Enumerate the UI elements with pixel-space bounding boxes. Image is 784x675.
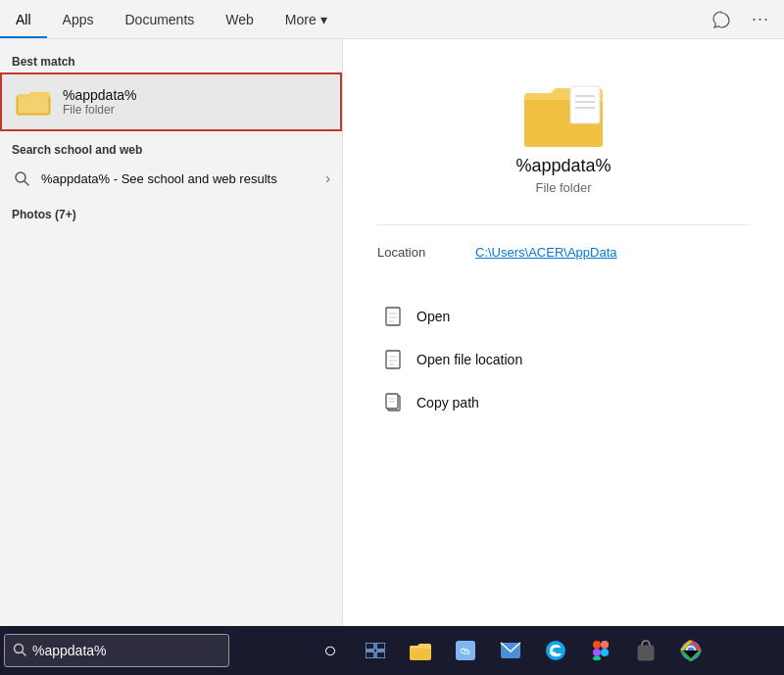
location-value[interactable]: C:\Users\ACER\AppData [475,245,617,260]
edge-icon [545,640,566,661]
svg-rect-11 [386,308,400,325]
search-icon [14,170,29,186]
folder-svg-large-svg [519,78,608,152]
taskbar-figma-btn[interactable] [579,629,622,672]
folder-icon-small [14,82,53,121]
action-open-label: Open [416,309,450,324]
folder-icon-large [519,78,608,156]
folder-svg-small [16,87,51,117]
search-circle-icon [13,643,26,656]
action-open-file-location[interactable]: Open file location [377,338,750,381]
feedback-icon-btn[interactable] [706,4,737,35]
svg-rect-35 [593,641,601,649]
taskbar-search-input[interactable] [32,643,220,658]
best-match-title: %appdata% [63,87,137,103]
location-row: Location C:\Users\ACER\AppData [377,241,750,264]
store-icon: 🛍 [455,640,476,661]
taskbar-search-btn[interactable]: ○ [309,629,352,672]
arrow-right-icon: › [325,170,330,186]
action-list: Open Open file location [377,287,750,424]
location-label: Location [377,245,475,260]
svg-rect-28 [376,651,385,658]
svg-rect-40 [638,646,654,660]
svg-rect-7 [570,86,600,123]
svg-rect-38 [593,656,601,660]
tab-apps[interactable]: Apps [47,0,110,38]
open-page-icon [384,307,402,326]
taskbar-icons: ○ 🛍 [237,629,784,672]
svg-rect-2 [19,97,48,113]
right-details: Location C:\Users\ACER\AppData [377,224,750,287]
top-nav: All Apps Documents Web More ▾ ··· [0,0,784,39]
chrome-icon [680,640,702,661]
web-result-text: %appdata% - See school and web results [41,171,325,186]
action-open-file-location-label: Open file location [416,352,522,367]
tab-more-label: More [285,12,317,27]
svg-rect-27 [366,651,374,658]
figma-icon [592,640,610,661]
taskbar-mail-btn[interactable] [489,629,532,672]
taskbar-file-explorer-btn[interactable] [399,629,442,672]
open-icon [381,305,405,328]
best-match-text: %appdata% File folder [63,87,137,117]
search-web-label: Search school and web [0,131,342,161]
best-match-item[interactable]: %appdata% File folder [0,72,342,131]
svg-line-24 [23,651,26,655]
tab-more[interactable]: More ▾ [270,0,343,38]
taskbar-taskview-btn[interactable] [354,629,397,672]
taskbar-chrome-btn[interactable] [669,629,712,672]
svg-point-39 [601,649,609,656]
tab-apps-label: Apps [63,12,94,27]
svg-rect-25 [366,643,374,650]
tab-documents-label: Documents [124,12,194,27]
mail-icon [500,642,521,659]
taskbar-search-icon [13,643,26,659]
shopping-bag-icon [636,640,656,661]
svg-rect-36 [601,641,609,649]
taskbar-edge-btn[interactable] [534,629,577,672]
nav-icons: ··· [706,4,784,35]
svg-text:🛍: 🛍 [461,646,470,656]
svg-rect-30 [411,649,430,659]
copy-path-icon [381,391,405,414]
tab-all-label: All [16,12,31,27]
left-panel: Best match %appdata% File folder Search … [0,39,343,626]
tab-web[interactable]: Web [210,0,270,38]
open-file-location-icon [381,348,405,371]
web-result-item[interactable]: %appdata% - See school and web results › [0,161,342,196]
search-small-icon [12,169,31,188]
svg-point-34 [546,641,565,660]
right-panel: %appdata% File folder Location C:\Users\… [343,39,784,626]
svg-rect-26 [376,643,385,650]
action-open[interactable]: Open [377,295,750,338]
svg-line-4 [24,181,28,185]
feedback-icon [712,11,730,28]
taskbar-search-box[interactable] [4,634,229,667]
taskbar-store-btn[interactable]: 🛍 [444,629,487,672]
taskview-icon [366,643,385,658]
main-layout: Best match %appdata% File folder Search … [0,39,784,626]
best-match-subtitle: File folder [63,103,137,117]
chevron-down-icon: ▾ [320,12,327,27]
right-subtitle: File folder [535,180,591,195]
open-location-page-icon [384,350,402,369]
copy-page-icon [384,393,402,412]
taskbar-shopping-btn[interactable] [624,629,667,672]
photos-label: Photos (7+) [0,196,342,227]
file-explorer-icon [409,640,432,661]
tab-web-label: Web [225,12,254,27]
tab-all[interactable]: All [0,0,47,38]
more-options-btn[interactable]: ··· [745,4,776,35]
action-copy-path[interactable]: Copy path [377,381,750,424]
tab-documents[interactable]: Documents [109,0,210,38]
action-copy-path-label: Copy path [416,395,479,410]
svg-rect-37 [593,649,601,656]
right-title: %appdata% [515,156,611,176]
taskbar: ○ 🛍 [0,626,784,675]
best-match-label: Best match [0,47,342,72]
svg-rect-15 [386,351,400,368]
ellipsis-icon: ··· [752,9,769,29]
